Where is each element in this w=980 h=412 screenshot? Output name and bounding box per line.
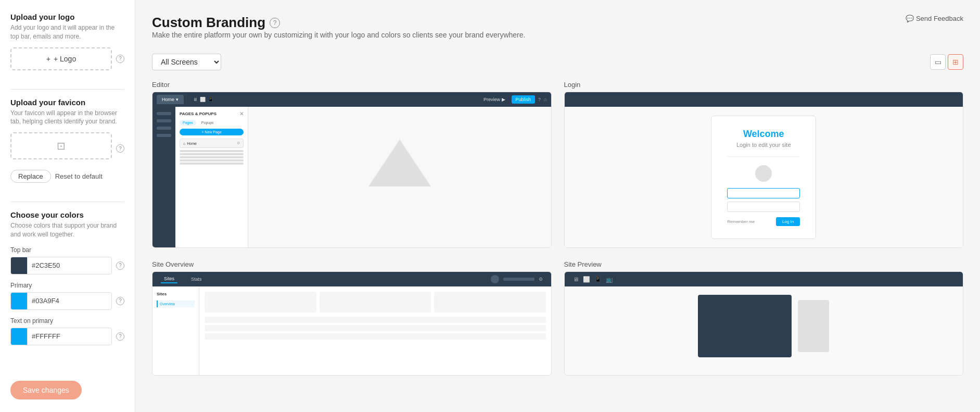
text-on-primary-input[interactable] (10, 328, 112, 345)
top-bar-swatch[interactable] (11, 257, 28, 274)
list-view-button[interactable]: ▭ (930, 54, 946, 70)
page-item-home: ⌂ Home ⚙ (180, 139, 244, 148)
login-topbar (565, 92, 963, 107)
login-sub: Login to edit your site (727, 142, 800, 148)
favicon-upload-box[interactable]: ⊡ (10, 132, 112, 159)
overview-row-2 (205, 325, 546, 331)
overview-sidebar-mini: Sites Overview (152, 286, 199, 375)
editor-topbar: Home ▾ 🖥 ⬜ 📱 Preview ▶ Publish ? ⌂ (152, 92, 551, 107)
overview-card-2 (320, 292, 431, 313)
grid-icon: ⊞ (952, 58, 959, 66)
topbar-device-mobile: 📱 (208, 97, 213, 102)
site-preview-frame: 🖥 ⬜ 📱 📺 (564, 271, 964, 376)
top-bar-color-input[interactable] (10, 257, 112, 274)
page-line-2 (180, 153, 244, 155)
sitepreview-desktop-frame (698, 295, 792, 357)
topbar-tab-home: Home ▾ (157, 95, 184, 104)
sidebar-bottom: Save changes (10, 370, 124, 399)
login-frame: Welcome Login to edit your site Remember… (564, 92, 964, 248)
sitepreview-topbar: 🖥 ⬜ 📱 📺 (565, 272, 963, 286)
toolbar-row: All Screens Desktop Mobile Tablet ▭ ⊞ (152, 54, 963, 70)
help-icon[interactable]: ? (270, 18, 280, 28)
login-remember-row: Remember me Log In (727, 217, 800, 226)
text-on-primary-swatch[interactable] (11, 328, 28, 345)
grid-view-button[interactable]: ⊞ (948, 54, 963, 70)
page-line-3 (180, 156, 244, 158)
device-tablet-icon: ⬜ (583, 276, 590, 283)
login-divider (727, 156, 800, 157)
list-icon: ▭ (935, 58, 941, 66)
overview-topbar: Sites Stats ⚙ (152, 272, 551, 286)
page-item-settings: ⚙ (237, 141, 240, 145)
overview-row-1 (205, 317, 546, 323)
logo-info-icon[interactable]: ? (116, 55, 124, 63)
overview-body: Sites Overview (152, 286, 551, 375)
top-bar-hex-input[interactable] (28, 258, 112, 272)
editor-frame: Home ▾ 🖥 ⬜ 📱 Preview ▶ Publish ? ⌂ (152, 92, 552, 248)
upload-favicon-title: Upload your favicon (10, 98, 124, 107)
login-remember-text: Remember me (727, 219, 755, 224)
pages-panel-title: PAGES & POPUPS (180, 111, 217, 116)
previews-grid: Editor Home ▾ 🖥 ⬜ 📱 Preview ▶ Publish (152, 81, 963, 376)
login-preview-card: Login Welcome Login to edit your site (564, 81, 964, 248)
pages-panel-tabs: Pages Popups (180, 120, 244, 126)
new-page-button: + New Page (180, 129, 244, 135)
sitepreview-body (565, 286, 963, 375)
view-toggle: ▭ ⊞ (930, 54, 963, 70)
topbar-avatar (491, 275, 499, 283)
upload-logo-section: Upload your logo Add your logo and it wi… (10, 13, 124, 70)
site-overview-label: Site Overview (152, 260, 552, 268)
send-feedback-link[interactable]: 💬 Send Feedback (906, 15, 963, 22)
text-on-primary-hex-input[interactable] (28, 329, 112, 343)
favicon-icon: ⊡ (57, 140, 66, 152)
topbar-settings-icon: ⚙ (539, 277, 543, 282)
topbar-tabs: Home ▾ (157, 95, 184, 104)
reset-favicon-link[interactable]: Reset to default (55, 172, 103, 180)
sidebar-icon-4 (157, 134, 171, 137)
canvas-triangle (368, 140, 431, 186)
screen-select[interactable]: All Screens Desktop Mobile Tablet (152, 54, 221, 70)
pages-tab-pages: Pages (180, 120, 196, 126)
page-title-row: Custom Branding ? (152, 15, 525, 31)
primary-info-icon[interactable]: ? (116, 297, 124, 305)
upload-logo-label: + Logo (54, 55, 76, 63)
primary-swatch[interactable] (11, 293, 28, 309)
topbar-device-tablet: ⬜ (200, 97, 206, 102)
page-line-4 (180, 159, 244, 161)
site-overview-card: Site Overview Sites Stats ⚙ Sites Overvi… (152, 260, 552, 376)
primary-hex-input[interactable] (28, 294, 112, 308)
home-icon: ⌂ (183, 142, 185, 145)
editor-sidebar-mini (152, 107, 175, 247)
site-overview-frame: Sites Stats ⚙ Sites Overview (152, 271, 552, 376)
upload-favicon-desc: Your favicon will appear in the browser … (10, 109, 124, 127)
top-bar-info-icon[interactable]: ? (116, 261, 124, 270)
save-changes-button[interactable]: Save changes (10, 381, 82, 399)
replace-favicon-button[interactable]: Replace (10, 170, 51, 183)
header-left: Custom Branding ? Make the entire platfo… (152, 15, 525, 49)
sidebar-icon-3 (157, 127, 171, 130)
site-preview-label: Site Preview (564, 260, 964, 268)
login-welcome: Welcome (727, 129, 800, 140)
overview-card-3 (434, 292, 546, 313)
plus-icon: + (46, 55, 50, 63)
topbar-home: ⌂ (544, 97, 546, 102)
page-line-1 (180, 150, 244, 152)
pages-panel: PAGES & POPUPS ✕ Pages Popups + New Page… (175, 107, 248, 247)
overview-cards (205, 292, 546, 313)
page-line-5 (180, 163, 244, 165)
text-on-primary-info-icon[interactable]: ? (116, 332, 124, 341)
choose-colors-desc: Choose colors that support your brand an… (10, 221, 124, 239)
upload-logo-button[interactable]: + + Logo (10, 47, 112, 70)
sidebar-icon-2 (157, 119, 171, 122)
pages-panel-close: ✕ (239, 111, 244, 117)
primary-color-input[interactable] (10, 292, 112, 310)
favicon-info-icon[interactable]: ? (116, 144, 124, 153)
device-tv-icon: 📺 (606, 276, 613, 283)
overview-row-3 (205, 333, 546, 340)
page-subtitle: Make the entire platform your own by cus… (152, 31, 525, 39)
primary-label: Primary (10, 282, 124, 289)
device-desktop-icon: 🖥 (573, 276, 579, 282)
choose-colors-section: Choose your colors Choose colors that su… (10, 210, 124, 353)
topbar-tab-stats: Stats (188, 276, 205, 283)
editor-main-mini: PAGES & POPUPS ✕ Pages Popups + New Page… (175, 107, 551, 247)
